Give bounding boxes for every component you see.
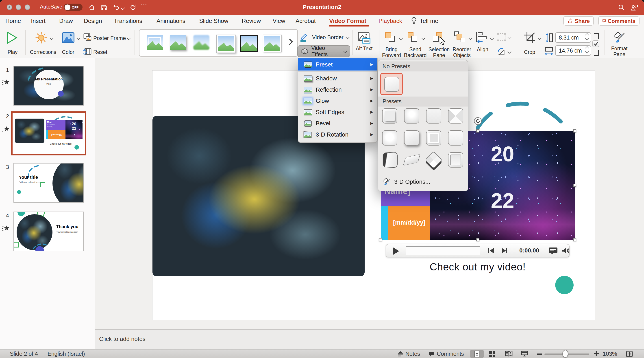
tab-review[interactable]: Review [242, 18, 261, 24]
zoom-slider-thumb[interactable] [562, 350, 568, 357]
player-step-forward-button[interactable] [502, 248, 507, 253]
save-icon[interactable] [100, 4, 108, 11]
slideshow-view-button[interactable] [521, 351, 528, 358]
search-icon[interactable] [618, 4, 625, 11]
preset-tile-6[interactable] [404, 130, 419, 145]
send-backward-chevron[interactable] [422, 36, 425, 40]
selection-handle-bottom-right[interactable] [573, 238, 576, 241]
preset-tile-1[interactable] [382, 108, 397, 123]
player-progress-track[interactable] [406, 246, 480, 255]
video-style-thumb-4[interactable] [216, 35, 236, 53]
video-style-thumb-2[interactable] [170, 35, 186, 50]
bring-forward-button[interactable] [385, 32, 396, 44]
preset-tile-8[interactable] [448, 130, 463, 145]
preset-tile-7[interactable] [426, 130, 441, 145]
tab-draw[interactable]: Draw [59, 18, 73, 24]
corrections-chevron[interactable] [50, 36, 54, 40]
rotation-handle[interactable] [474, 117, 482, 125]
close-window-button[interactable] [7, 5, 12, 10]
zoom-window-button[interactable] [25, 5, 30, 10]
selection-handle-bottom-left[interactable] [379, 238, 382, 241]
player-volume-button[interactable] [562, 247, 570, 256]
teal-circle-shape[interactable] [555, 276, 574, 294]
menu-item-reflection[interactable]: Reflection ▶ [298, 84, 377, 95]
tab-acrobat[interactable]: Acrobat [296, 18, 316, 24]
tab-animations[interactable]: Animations [156, 18, 186, 24]
caption-textbox[interactable]: Check out my video! [386, 261, 570, 273]
tell-me-box[interactable]: Tell me [420, 18, 438, 24]
video-effects-button[interactable]: Video Effects [297, 45, 350, 57]
video-style-thumb-5[interactable] [240, 35, 258, 52]
height-stepper[interactable] [586, 34, 588, 40]
comments-toggle-icon[interactable] [428, 351, 434, 358]
preset-tile-12[interactable] [448, 152, 463, 167]
share-presence-icon[interactable] [630, 4, 638, 11]
height-input[interactable]: 8.31 cm [555, 32, 591, 43]
zoom-out-button[interactable] [537, 353, 542, 355]
home-icon[interactable] [88, 4, 96, 11]
menu-item-soft-edges[interactable]: Soft Edges ▶ [298, 106, 377, 118]
dashed-arc-decoration[interactable] [472, 91, 568, 134]
comments-button[interactable]: Comments [598, 16, 640, 26]
color-chevron[interactable] [77, 36, 80, 40]
menu-item-shadow[interactable]: Shadow ▶ [298, 73, 377, 84]
preset-tile-9[interactable] [383, 152, 398, 168]
notes-pane[interactable]: Click to add notes [95, 329, 644, 349]
zoom-percentage[interactable]: 103% [603, 351, 617, 357]
video-style-thumb-6[interactable] [263, 35, 281, 52]
slide-thumbnail-3[interactable]: Your title Add your subtext here. [14, 163, 84, 203]
zoom-in-button[interactable] [594, 351, 599, 357]
tab-design[interactable]: Design [84, 18, 102, 24]
send-backward-button[interactable] [407, 32, 419, 44]
gallery-more-chevron[interactable] [286, 39, 293, 45]
undo-dropdown-chevron[interactable] [120, 6, 125, 10]
crop-chevron[interactable] [538, 36, 542, 40]
video-style-thumb-1[interactable] [147, 35, 163, 50]
more-commands-icon[interactable]: ⋯ [141, 1, 148, 8]
autosave-toggle[interactable]: OFF [64, 4, 82, 11]
slide-thumbnail-4[interactable]: Thank you yourname@email.com [14, 212, 84, 251]
menu-item-preset[interactable]: Preset ▶ [298, 58, 377, 71]
tab-transitions[interactable]: Transitions [114, 18, 142, 24]
tab-video-format[interactable]: Video Format [329, 18, 366, 24]
player-step-back-button[interactable] [488, 248, 494, 253]
crop-button[interactable] [524, 32, 536, 45]
3d-options-item[interactable]: 3-D Options... [378, 175, 468, 188]
menu-item-glow[interactable]: Glow ▶ [298, 95, 377, 106]
slide-thumbnail-2-selected[interactable]: Meet [Company Name] [mm/dd/yy] 20 22 Che… [11, 111, 86, 155]
rotate-objects-button[interactable] [497, 48, 506, 58]
reorder-objects-button[interactable] [454, 32, 466, 44]
tab-insert[interactable]: Insert [31, 18, 46, 24]
selection-handle-top-middle[interactable] [476, 129, 480, 132]
normal-view-button-active[interactable] [470, 350, 484, 358]
width-stepper[interactable] [586, 47, 588, 53]
player-captions-button[interactable] [548, 247, 558, 257]
poster-frame-label[interactable]: Poster Frame [93, 35, 126, 41]
fit-slide-button[interactable] [626, 351, 633, 358]
reading-view-button[interactable] [505, 351, 512, 358]
preset-tile-2[interactable] [404, 108, 419, 123]
preset-tile-3[interactable] [426, 108, 441, 123]
preset-tile-4[interactable] [448, 108, 463, 123]
notes-toggle-icon[interactable] [397, 351, 404, 358]
undo-icon[interactable] [112, 4, 120, 11]
tab-playback[interactable]: Playback [378, 18, 402, 24]
player-play-button[interactable] [393, 248, 399, 255]
bring-forward-chevron[interactable] [399, 36, 403, 40]
slide-thumbnail-1[interactable]: My Presentation 2022 [14, 66, 84, 106]
lock-aspect-checkbox[interactable] [592, 40, 599, 47]
selection-handle-bottom-middle[interactable] [476, 238, 480, 241]
reset-label[interactable]: Reset [93, 49, 108, 55]
tab-home[interactable]: Home [6, 18, 21, 24]
corrections-button[interactable] [35, 32, 48, 46]
menu-item-3d-rotation[interactable]: 3-D Rotation ▶ [298, 129, 377, 140]
minimize-window-button[interactable] [16, 5, 21, 10]
width-input[interactable]: 14.76 cm [555, 45, 591, 56]
selection-handle-top-right[interactable] [573, 129, 576, 132]
video-style-thumb-3[interactable] [193, 35, 210, 50]
preset-tile-10[interactable] [403, 154, 420, 165]
align-chevron[interactable] [490, 36, 494, 40]
play-button[interactable] [6, 32, 18, 46]
align-button[interactable] [476, 32, 489, 44]
reorder-objects-chevron[interactable] [469, 36, 472, 40]
